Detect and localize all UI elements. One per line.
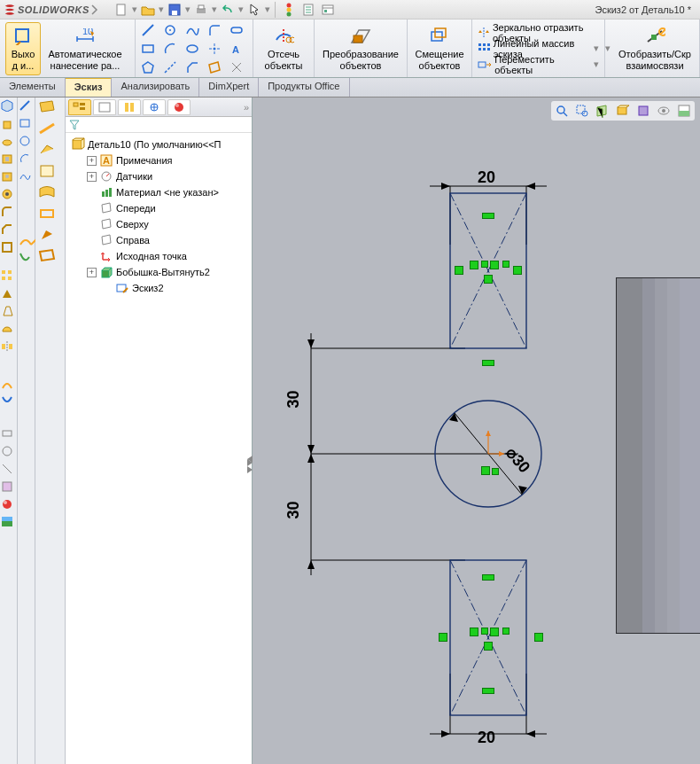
display-relations-button[interactable]: Отобразить/Скр взаимосвязи xyxy=(616,22,694,75)
expand-icon[interactable]: + xyxy=(87,268,97,277)
exit-sketch-button[interactable]: Выхо д и... xyxy=(5,22,41,75)
appearance-icon[interactable] xyxy=(1,498,17,514)
render-tab-icon[interactable] xyxy=(167,99,191,115)
expand-icon[interactable]: + xyxy=(87,172,97,182)
new-icon[interactable] xyxy=(113,1,130,19)
relation-icon[interactable] xyxy=(481,628,488,635)
shell-icon[interactable] xyxy=(1,241,17,257)
point-tool-icon[interactable] xyxy=(206,40,223,58)
save-icon[interactable] xyxy=(166,1,183,19)
relation-icon[interactable] xyxy=(481,261,488,268)
hole-icon[interactable] xyxy=(1,188,17,204)
options-icon[interactable] xyxy=(319,1,337,19)
relation-icon[interactable] xyxy=(502,628,509,635)
open-icon[interactable] xyxy=(139,1,157,19)
dim-text-bottom[interactable]: 20 xyxy=(478,729,495,747)
tree-item-front[interactable]: Спереди xyxy=(67,200,250,216)
expand-icon[interactable]: + xyxy=(87,156,97,166)
print-icon[interactable] xyxy=(192,1,210,19)
tree-item-sensors[interactable]: +Датчики xyxy=(67,168,250,184)
doc-props-icon[interactable] xyxy=(299,1,317,19)
tree-root[interactable]: Деталь10 (По умолчанию<<П xyxy=(67,136,250,152)
sketch-tool-2-icon[interactable] xyxy=(19,117,35,133)
refgeom4-icon[interactable] xyxy=(1,480,17,496)
smart-dimension-button[interactable]: 10 Автоматическое нанесение ра... xyxy=(41,22,129,75)
property-tab-icon[interactable] xyxy=(93,99,116,115)
curve2-icon[interactable] xyxy=(1,395,17,411)
trim-button[interactable]: Отсечь объекты xyxy=(259,22,308,75)
dim-text-30b[interactable]: 30 xyxy=(284,501,303,518)
sketch-tool-3-icon[interactable] xyxy=(19,135,35,151)
graphics-viewport[interactable]: 20 20 30 30 ⌀30 xyxy=(253,97,700,764)
relation-icon[interactable] xyxy=(470,628,478,636)
refgeom2-icon[interactable] xyxy=(1,445,17,461)
config-tab-icon[interactable] xyxy=(118,99,141,115)
text-tool-icon[interactable]: A xyxy=(228,40,245,58)
circle-tool-icon[interactable] xyxy=(161,21,179,39)
sel-edge-icon[interactable] xyxy=(37,121,64,140)
sketch-tool-4-icon[interactable] xyxy=(19,152,35,168)
centerline-tool-icon[interactable] xyxy=(161,58,179,76)
relation-icon[interactable] xyxy=(439,633,447,642)
select-arrow-icon[interactable] xyxy=(245,1,263,19)
tree-item-sketch2[interactable]: Эскиз2 xyxy=(67,280,250,296)
dim-30-upper[interactable] xyxy=(307,333,518,575)
curve-y-icon[interactable] xyxy=(19,234,35,250)
ellipse-tool-icon[interactable] xyxy=(183,40,201,58)
feature-tree-tab-icon[interactable] xyxy=(68,99,91,115)
lpattern-feat-icon[interactable] xyxy=(1,269,17,285)
refgeom1-icon[interactable] xyxy=(1,427,17,443)
tree-item-annotations[interactable]: +AПримечания xyxy=(67,152,250,168)
tab-dimxpert[interactable]: DimXpert xyxy=(199,78,259,97)
relation-icon[interactable] xyxy=(492,468,499,475)
dim-text-top[interactable]: 20 xyxy=(478,168,495,187)
fillet-feature-icon[interactable] xyxy=(1,206,17,222)
sketch-tool-5-icon[interactable] xyxy=(19,170,35,186)
relation-icon[interactable] xyxy=(484,642,493,651)
sel-surf-icon[interactable] xyxy=(37,184,64,204)
panel-chevrons-icon[interactable]: » xyxy=(244,102,249,113)
sel-face-icon[interactable] xyxy=(37,99,64,119)
relation-icon[interactable] xyxy=(490,261,499,269)
relation-icon[interactable] xyxy=(484,275,493,284)
sel-sketch-icon[interactable] xyxy=(37,227,64,246)
offset-entities-button[interactable]: Смещение объектов xyxy=(413,22,466,75)
relation-icon[interactable] xyxy=(490,628,499,636)
convert-entities-button[interactable]: Преобразование объектов xyxy=(320,22,401,75)
sel-plane-icon[interactable] xyxy=(37,248,64,268)
tree-item-extrude[interactable]: +Бобышка-Вытянуть2 xyxy=(67,264,250,280)
dome-icon[interactable] xyxy=(1,323,17,339)
tab-office[interactable]: Продукты Office xyxy=(259,78,349,97)
plane-tool-icon[interactable] xyxy=(206,58,223,76)
relation-icon[interactable] xyxy=(455,266,463,275)
undo-icon[interactable] xyxy=(219,1,237,19)
relation-icon[interactable] xyxy=(482,360,494,366)
revolve-icon[interactable] xyxy=(1,135,17,151)
relation-icon[interactable] xyxy=(482,574,494,581)
relation-icon[interactable] xyxy=(482,213,494,219)
tree-item-origin[interactable]: Исходная точка xyxy=(67,248,250,264)
spline-tool-icon[interactable] xyxy=(183,21,201,39)
sel-vert-icon[interactable] xyxy=(37,142,64,161)
sel-loop-icon[interactable] xyxy=(37,206,64,225)
tab-sketch[interactable]: Эскиз xyxy=(66,78,113,97)
move-entities-button[interactable]: Переместить объекты ▾ xyxy=(478,57,599,73)
cut-extrude-icon[interactable] xyxy=(1,152,17,168)
fillet-tool-icon[interactable] xyxy=(206,21,223,39)
relation-icon[interactable] xyxy=(513,266,522,275)
rib-icon[interactable] xyxy=(1,287,17,303)
dim-text-30a[interactable]: 30 xyxy=(284,390,303,408)
rebuild-icon[interactable] xyxy=(280,1,298,19)
rectangle-tool-icon[interactable] xyxy=(139,40,157,58)
tab-elements[interactable]: Элементы xyxy=(0,78,66,97)
tab-evaluate[interactable]: Анализировать xyxy=(112,78,199,97)
dim-30-lower[interactable] xyxy=(307,445,465,569)
tree-filter[interactable] xyxy=(66,117,252,133)
curve1-icon[interactable] xyxy=(1,378,17,394)
relation-icon[interactable] xyxy=(502,261,509,268)
view-cube-icon[interactable] xyxy=(1,99,17,115)
arc-tool-icon[interactable] xyxy=(161,40,179,58)
tree-item-material[interactable]: Материал <не указан> xyxy=(67,184,250,200)
cut-revolve-icon[interactable] xyxy=(1,170,17,186)
relation-icon[interactable] xyxy=(481,466,490,475)
